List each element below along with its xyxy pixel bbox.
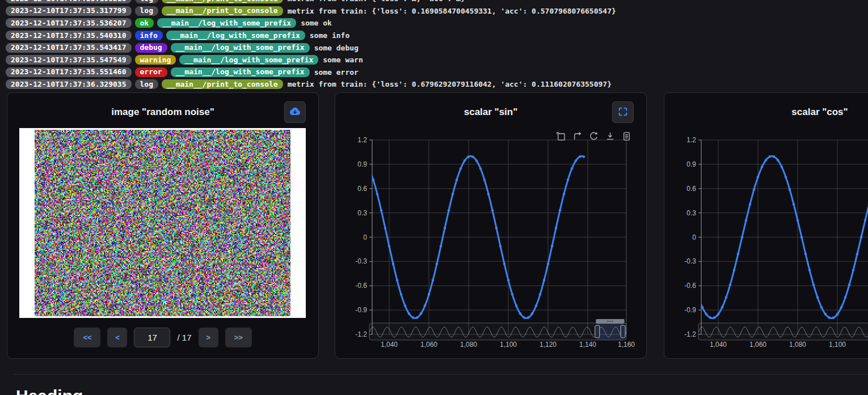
log-message: some debug xyxy=(314,44,359,52)
next-page-button[interactable]: > xyxy=(199,328,218,347)
save-image-icon[interactable] xyxy=(605,131,615,141)
svg-text:0: 0 xyxy=(363,233,367,241)
log-message: some warn xyxy=(323,56,363,64)
noise-image xyxy=(35,130,290,316)
svg-text:1,100: 1,100 xyxy=(829,341,846,349)
datazoom-slider[interactable] xyxy=(698,319,868,340)
svg-text:1,040: 1,040 xyxy=(710,341,727,349)
first-page-button[interactable]: << xyxy=(74,328,100,347)
svg-text:-0.3: -0.3 xyxy=(684,257,696,265)
module-chip: __main__/print_to_console xyxy=(162,0,283,3)
svg-text:0.3: 0.3 xyxy=(357,209,367,217)
timestamp-chip: 2023-12-10T17:37:35.109218 xyxy=(6,0,132,3)
restore-icon[interactable] xyxy=(589,131,599,141)
fullscreen-button[interactable] xyxy=(612,101,634,123)
data-point xyxy=(745,219,748,222)
log-row: 2023-12-10T17:37:36.329035log__main__/pr… xyxy=(0,78,868,91)
last-page-button[interactable]: >> xyxy=(225,328,252,347)
download-image-button[interactable] xyxy=(284,101,306,123)
page-total: / 17 xyxy=(177,333,191,342)
fullscreen-icon xyxy=(617,106,629,119)
datazoom-window[interactable] xyxy=(597,323,623,340)
level-chip: warning xyxy=(135,55,176,65)
data-point xyxy=(416,316,419,319)
grip-dot xyxy=(609,321,610,322)
zoom-select-icon[interactable] xyxy=(556,131,566,141)
log-row: 2023-12-10T17:37:35.543417debug__main__/… xyxy=(0,41,868,54)
data-point xyxy=(475,159,478,162)
data-point xyxy=(412,316,415,319)
cos-chart: 1.20.90.60.30-0.3-0.6-0.9-1.21,0401,0601… xyxy=(664,93,868,359)
data-point xyxy=(464,159,466,162)
svg-text:1.2: 1.2 xyxy=(357,136,367,144)
datazoom-track[interactable] xyxy=(698,323,868,340)
svg-text:-0.6: -0.6 xyxy=(684,282,696,290)
image-card-title: image "random noise" xyxy=(7,107,318,118)
cos-chart-card: 1.20.90.60.30-0.3-0.6-0.9-1.21,0401,0601… xyxy=(664,92,868,359)
datazoom-handle-left[interactable] xyxy=(595,325,600,338)
data-point xyxy=(400,293,403,296)
prev-page-button[interactable]: < xyxy=(107,328,127,347)
data-point xyxy=(856,253,859,256)
module-chip: __main__/log_with_some_prefix xyxy=(171,43,310,53)
data-point xyxy=(820,306,823,309)
timestamp-chip: 2023-12-10T17:37:35.317799 xyxy=(6,6,132,16)
image-frame xyxy=(19,128,306,318)
data-point xyxy=(836,313,839,316)
image-card: image "random noise" << < / 17 > >> xyxy=(7,92,319,359)
data-point xyxy=(507,279,510,282)
data-point xyxy=(499,245,502,248)
level-chip: log xyxy=(135,79,158,89)
module-chip: __main__/print_to_console xyxy=(162,79,283,89)
data-point xyxy=(428,293,431,296)
svg-text:1,080: 1,080 xyxy=(460,341,477,349)
svg-text:1.2: 1.2 xyxy=(686,136,696,144)
svg-text:1,040: 1,040 xyxy=(381,341,398,349)
sin-chart-card: 1.20.90.60.30-0.3-0.6-0.9-1.21,0401,0601… xyxy=(335,92,647,359)
svg-text:0.9: 0.9 xyxy=(357,160,367,168)
data-point xyxy=(840,306,843,309)
log-row: 2023-12-10T17:37:35.547549warning__main_… xyxy=(0,54,868,66)
data-point xyxy=(781,165,783,168)
y-axis-labels: 1.20.90.60.30-0.3-0.6-0.9-1.2 xyxy=(684,136,701,338)
data-point xyxy=(436,262,439,265)
data-point xyxy=(555,227,558,230)
data-point xyxy=(765,159,768,162)
data-point xyxy=(769,155,772,158)
page: 2023-12-10T17:37:35.109218log__main__/pr… xyxy=(0,0,868,395)
data-point xyxy=(741,236,744,239)
data-point xyxy=(420,312,423,315)
data-point xyxy=(761,165,764,168)
log-row: 2023-12-10T17:37:35.551460error__main__/… xyxy=(0,66,868,79)
data-point xyxy=(511,293,514,296)
data-point xyxy=(848,283,851,286)
svg-text:0.6: 0.6 xyxy=(686,185,696,193)
zoom-reset-icon[interactable] xyxy=(572,131,582,141)
cloud-download-icon xyxy=(289,105,301,120)
data-point xyxy=(828,316,831,319)
data-point xyxy=(844,296,847,299)
log-message: some info xyxy=(310,31,349,40)
data-point xyxy=(515,304,518,307)
data-point xyxy=(812,283,815,286)
data-point xyxy=(571,167,574,170)
page-input[interactable] xyxy=(134,328,170,347)
data-point xyxy=(737,253,740,256)
svg-text:1,100: 1,100 xyxy=(500,341,517,349)
data-view-icon[interactable] xyxy=(622,131,631,141)
data-point xyxy=(392,262,395,265)
data-point xyxy=(721,306,724,309)
module-chip: __main__/print_to_console xyxy=(162,6,283,16)
data-point xyxy=(388,245,391,248)
module-chip: __main__/log_with_some_prefix xyxy=(157,18,296,28)
datazoom-handle-right[interactable] xyxy=(621,325,625,338)
log-console: 2023-12-10T17:37:35.109218log__main__/pr… xyxy=(0,0,868,91)
data-point xyxy=(523,316,526,319)
data-point xyxy=(380,209,383,212)
data-point xyxy=(448,209,450,212)
timestamp-chip: 2023-12-10T17:37:35.543417 xyxy=(6,43,132,53)
data-point xyxy=(701,306,704,309)
svg-text:0: 0 xyxy=(692,233,696,241)
data-point xyxy=(725,296,728,299)
data-point xyxy=(527,316,530,319)
